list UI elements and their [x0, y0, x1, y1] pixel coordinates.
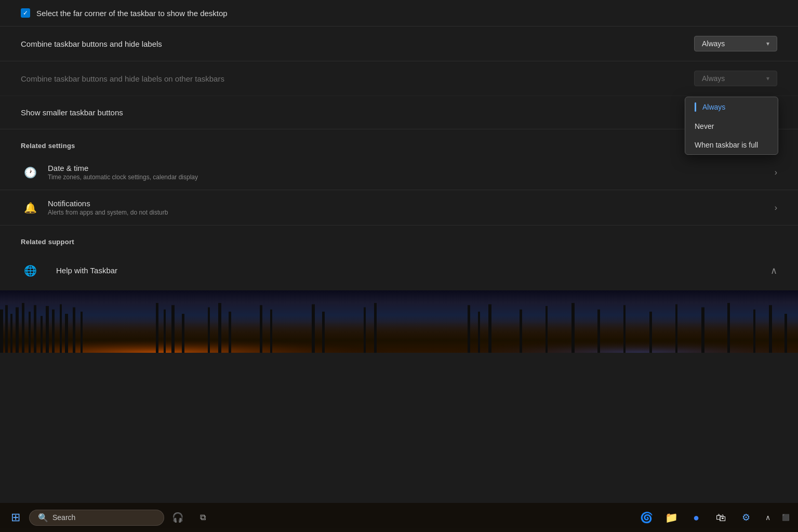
edge-icon[interactable]: 🌀 — [635, 506, 658, 529]
notifications-icon: 🔔 — [21, 198, 39, 217]
browser-icon[interactable]: ● — [685, 506, 708, 529]
svg-rect-29 — [468, 305, 470, 353]
svg-rect-9 — [41, 316, 43, 353]
search-icon: 🔍 — [38, 513, 48, 523]
explorer-icon[interactable]: 📁 — [660, 506, 683, 529]
taskbar-right-area: ∧ ⬛ — [760, 506, 794, 529]
svg-rect-20 — [208, 308, 210, 353]
svg-rect-41 — [753, 310, 755, 353]
desktop-wallpaper — [0, 290, 798, 353]
help-taskbar-title: Help with Taskbar — [56, 266, 117, 275]
svg-rect-15 — [81, 312, 83, 353]
svg-rect-30 — [478, 312, 480, 353]
svg-rect-43 — [784, 314, 787, 353]
svg-rect-32 — [520, 310, 522, 353]
svg-rect-25 — [312, 304, 315, 353]
svg-rect-34 — [571, 303, 575, 353]
combine-other-taskbar-dropdown[interactable]: Always ▾ — [694, 71, 777, 86]
svg-rect-13 — [65, 314, 68, 353]
svg-rect-33 — [546, 306, 548, 353]
svg-rect-1 — [0, 301, 798, 353]
svg-rect-35 — [597, 310, 600, 353]
dropdown-option-when-full[interactable]: When taskbar is full — [685, 136, 778, 154]
svg-rect-22 — [229, 312, 231, 353]
date-time-nav-row[interactable]: 🕐 Date & time Time zones, automatic cloc… — [0, 155, 798, 190]
date-time-icon: 🕐 — [21, 163, 39, 182]
headphones-icon[interactable]: 🎧 — [166, 506, 189, 529]
help-taskbar-row[interactable]: 🌐 Help with Taskbar ∧ — [0, 251, 798, 290]
svg-rect-11 — [52, 310, 55, 353]
dropdown-option-always-label: Always — [702, 103, 725, 111]
dropdown-menu: Always Never When taskbar is full — [685, 97, 778, 155]
help-taskbar-icon: 🌐 — [21, 261, 39, 280]
svg-rect-2 — [0, 310, 3, 353]
svg-rect-16 — [156, 303, 158, 353]
show-desktop-checkbox[interactable]: ✓ — [21, 8, 30, 18]
svg-rect-39 — [701, 308, 704, 353]
svg-rect-4 — [10, 314, 12, 353]
combine-other-taskbar-value: Always — [702, 74, 725, 83]
help-collapse-icon[interactable]: ∧ — [770, 265, 777, 276]
svg-rect-23 — [260, 305, 262, 353]
related-settings-header: Related settings — [0, 129, 798, 155]
store-icon[interactable]: 🛍 — [710, 506, 733, 529]
svg-rect-14 — [73, 308, 75, 353]
date-time-subtitle: Time zones, automatic clock settings, ca… — [48, 174, 775, 181]
svg-rect-26 — [322, 312, 325, 353]
overflow-icon[interactable]: ⬛ — [777, 506, 794, 529]
related-support-header: Related support — [0, 225, 798, 251]
svg-rect-17 — [164, 310, 166, 353]
combine-other-taskbar-label: Combine taskbar buttons and hide labels … — [21, 74, 224, 83]
svg-rect-10 — [46, 306, 49, 353]
notifications-title: Notifications — [48, 199, 775, 208]
svg-rect-7 — [29, 312, 31, 353]
show-desktop-row: ✓ Select the far corner of the taskbar t… — [0, 0, 798, 26]
chevron-down-icon-2: ▾ — [766, 75, 769, 82]
dropdown-option-when-full-label: When taskbar is full — [695, 141, 758, 149]
start-button[interactable]: ⊞ — [4, 506, 27, 529]
svg-rect-38 — [675, 304, 677, 353]
svg-rect-5 — [16, 308, 19, 353]
combine-taskbar-label: Combine taskbar buttons and hide labels — [21, 39, 162, 48]
svg-rect-40 — [727, 303, 730, 353]
combine-taskbar-row: Combine taskbar buttons and hide labels … — [0, 26, 798, 61]
selected-indicator — [695, 102, 696, 112]
smaller-taskbar-label: Show smaller taskbar buttons — [21, 108, 123, 117]
svg-rect-27 — [364, 308, 366, 353]
notifications-nav-row[interactable]: 🔔 Notifications Alerts from apps and sys… — [0, 190, 798, 225]
svg-rect-19 — [182, 314, 184, 353]
dropdown-option-always[interactable]: Always — [685, 97, 778, 117]
notifications-chevron-icon: › — [775, 203, 777, 212]
dropdown-option-never[interactable]: Never — [685, 117, 778, 136]
svg-rect-8 — [34, 305, 36, 353]
svg-rect-36 — [623, 305, 626, 353]
svg-rect-12 — [60, 304, 62, 353]
svg-rect-42 — [769, 305, 772, 353]
settings-taskbar-icon[interactable]: ⚙ — [735, 506, 757, 529]
svg-rect-37 — [649, 312, 652, 353]
svg-rect-28 — [374, 303, 377, 353]
svg-rect-18 — [171, 305, 175, 353]
svg-rect-6 — [22, 303, 24, 353]
tree-silhouettes — [0, 301, 798, 353]
search-bar[interactable]: 🔍 Search — [29, 510, 164, 526]
smaller-taskbar-row: Show smaller taskbar buttons — [0, 96, 798, 129]
chevron-down-icon: ▾ — [766, 40, 769, 47]
svg-rect-3 — [5, 305, 8, 353]
chevron-up-icon[interactable]: ∧ — [760, 506, 776, 529]
notifications-subtitle: Alerts from apps and system, do not dist… — [48, 209, 775, 216]
taskbar: ⊞ 🔍 Search 🎧 ⧉ 🌀 📁 ● 🛍 ⚙ ∧ ⬛ — [0, 503, 798, 532]
taskbar-app-icons: 🌀 📁 ● 🛍 ⚙ — [635, 506, 757, 529]
search-text: Search — [52, 513, 75, 522]
combine-other-taskbar-row: Combine taskbar buttons and hide labels … — [0, 61, 798, 96]
svg-rect-21 — [218, 303, 221, 353]
svg-rect-24 — [270, 310, 272, 353]
show-desktop-label: Select the far corner of the taskbar to … — [36, 9, 228, 18]
svg-rect-31 — [488, 304, 491, 353]
combine-taskbar-value: Always — [702, 39, 725, 48]
combine-taskbar-dropdown[interactable]: Always ▾ — [694, 36, 777, 51]
date-time-chevron-icon: › — [775, 168, 777, 177]
task-view-icon[interactable]: ⧉ — [191, 506, 214, 529]
dropdown-option-never-label: Never — [695, 122, 714, 130]
date-time-title: Date & time — [48, 164, 775, 172]
